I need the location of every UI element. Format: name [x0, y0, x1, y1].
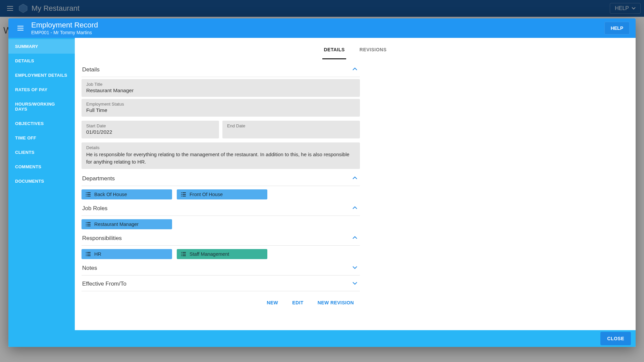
chip-responsibility-hr[interactable]: HR [82, 249, 172, 259]
list-icon [86, 252, 91, 256]
chip-department-front-of-house[interactable]: Front Of House [177, 189, 267, 199]
section-title: Responsibilities [82, 235, 122, 242]
section-divider [82, 245, 360, 246]
section-divider [82, 77, 360, 77]
dialog-subtitle: EMP001 - Mr Tommy Martins [31, 30, 98, 36]
field-job-title[interactable]: Job Title Restaurant Manager [82, 79, 360, 97]
section-title: Notes [82, 265, 97, 272]
sidebar-item-objectives[interactable]: OBJECTIVES [8, 116, 75, 131]
section-header-departments[interactable]: Departments [82, 171, 360, 186]
chevron-up-icon [352, 235, 358, 242]
list-icon [181, 252, 186, 256]
section-header-details[interactable]: Details [82, 62, 360, 77]
dialog-header: Employment Record EMP001 - Mr Tommy Mart… [8, 18, 636, 38]
section-divider [82, 216, 360, 216]
chip-department-back-of-house[interactable]: Back Of House [82, 189, 172, 199]
section-title: Departments [82, 175, 115, 182]
field-end-date[interactable]: End Date [222, 121, 360, 138]
action-row: NEW EDIT NEW REVISION [82, 292, 360, 308]
field-value [227, 129, 355, 135]
sidebar-item-clients[interactable]: CLIENTS [8, 145, 75, 160]
chevron-up-icon [352, 205, 358, 212]
close-button[interactable]: CLOSE [600, 332, 631, 345]
section-divider [82, 275, 360, 276]
field-label: Job Title [86, 82, 355, 87]
dialog-title: Employment Record [31, 21, 98, 29]
sidebar-item-employment-details[interactable]: EMPLOYMENT DETAILS [8, 68, 75, 82]
sidebar-item-comments[interactable]: COMMENTS [8, 160, 75, 174]
chevron-up-icon [352, 175, 358, 182]
field-value: He is responsible for everything relatin… [86, 151, 355, 166]
list-icon [86, 192, 91, 197]
field-details-text[interactable]: Details He is responsible for everything… [82, 142, 360, 169]
tab-details[interactable]: DETAILS [322, 41, 346, 59]
chip-responsibility-staff-management[interactable]: Staff Management [177, 249, 267, 259]
section-header-job-roles[interactable]: Job Roles [82, 201, 360, 216]
list-icon [181, 192, 186, 197]
sidebar-item-rates-of-pay[interactable]: RATES OF PAY [8, 82, 75, 97]
sidebar-item-hours-working-days[interactable]: HOURS/WORKING DAYS [8, 97, 75, 116]
new-button[interactable]: NEW [265, 297, 280, 308]
field-label: End Date [227, 123, 355, 128]
field-label: Employment Status [86, 102, 355, 107]
sidebar-item-time-off[interactable]: TIME OFF [8, 131, 75, 145]
sidebar-item-summary[interactable]: SUMMARY [8, 39, 75, 54]
section-header-effective[interactable]: Effective From/To [82, 276, 360, 291]
chip-label: Restaurant Manager [94, 222, 139, 227]
chevron-down-icon [352, 280, 358, 288]
new-revision-button[interactable]: NEW REVISION [316, 297, 356, 308]
dialog-sidebar: SUMMARY DETAILS EMPLOYMENT DETAILS RATES… [8, 38, 75, 330]
edit-button[interactable]: EDIT [290, 297, 306, 308]
section-header-responsibilities[interactable]: Responsibilities [82, 231, 360, 245]
list-icon [86, 222, 91, 227]
dialog-content: DETAILS REVISIONS Details Job Title Rest… [75, 38, 636, 330]
dialog-help-button[interactable]: HELP [604, 22, 630, 35]
field-value: 01/01/2022 [86, 129, 214, 135]
section-header-notes[interactable]: Notes [82, 260, 360, 275]
chevron-down-icon [352, 264, 358, 272]
chip-label: Staff Management [190, 251, 229, 257]
section-divider [82, 291, 360, 291]
dialog-footer: CLOSE [8, 330, 636, 347]
field-label: Start Date [86, 123, 214, 128]
chip-label: HR [94, 251, 101, 257]
section-divider [82, 186, 360, 186]
sidebar-item-documents[interactable]: DOCUMENTS [8, 174, 75, 188]
field-label: Details [86, 145, 355, 150]
section-title: Job Roles [82, 205, 108, 212]
field-start-date[interactable]: Start Date 01/01/2022 [82, 121, 219, 138]
dialog-menu-button[interactable] [14, 22, 26, 34]
content-tabs: DETAILS REVISIONS [75, 38, 636, 59]
section-title: Details [82, 66, 100, 73]
chip-job-role-restaurant-manager[interactable]: Restaurant Manager [82, 219, 172, 229]
chevron-up-icon [352, 66, 358, 73]
tab-revisions[interactable]: REVISIONS [358, 41, 388, 59]
field-employment-status[interactable]: Employment Status Full Time [82, 99, 360, 117]
sidebar-item-details[interactable]: DETAILS [8, 54, 75, 68]
employment-record-dialog: Employment Record EMP001 - Mr Tommy Mart… [8, 18, 636, 347]
chip-label: Back Of House [94, 192, 127, 197]
hamburger-icon [16, 24, 24, 32]
section-title: Effective From/To [82, 281, 126, 287]
field-value: Full Time [86, 107, 355, 113]
chip-label: Front Of House [190, 192, 223, 197]
field-value: Restaurant Manager [86, 87, 355, 94]
